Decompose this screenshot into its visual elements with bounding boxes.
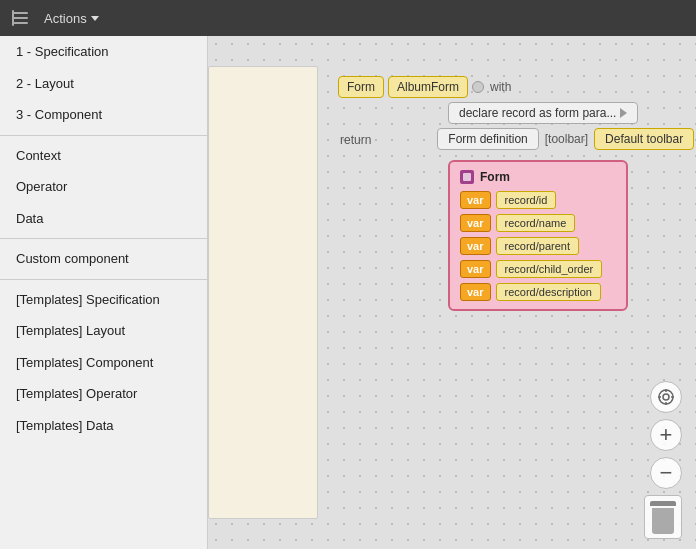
sidebar-divider-2 [0,238,207,239]
zoom-controls: + − [650,381,682,489]
album-form-block-label: AlbumForm [388,76,468,98]
actions-label: Actions [44,11,87,26]
form-block-header: Form [460,170,616,184]
var-row-4: var record/description [460,283,616,301]
var-value-4: record/description [496,283,601,301]
sidebar-item-data[interactable]: Data [0,203,207,235]
target-button[interactable] [650,381,682,413]
var-value-1: record/name [496,214,576,232]
var-row-1: var record/name [460,214,616,232]
blocks-container: Form AlbumForm with declare record as fo… [228,76,694,311]
svg-rect-4 [463,173,471,181]
var-value-2: record/parent [496,237,579,255]
var-label-0: var [460,191,491,209]
app-icon [10,8,30,28]
svg-point-5 [659,390,673,404]
sidebar-item-operator[interactable]: Operator [0,171,207,203]
declare-block: declare record as form para... [448,102,638,124]
declare-row: declare record as form para... [448,102,694,124]
trash-lid-icon [650,501,676,506]
trash-body-icon [652,508,674,534]
sidebar-item-tpl-data[interactable]: [Templates] Data [0,410,207,442]
var-value-0: record/id [496,191,557,209]
sidebar-item-layout[interactable]: 2 - Layout [0,68,207,100]
sidebar-item-tpl-component[interactable]: [Templates] Component [0,347,207,379]
var-label-2: var [460,237,491,255]
sidebar-divider-1 [0,135,207,136]
sidebar-section-main: 1 - Specification 2 - Layout 3 - Compone… [0,36,207,441]
form-row: Form AlbumForm with [338,76,694,98]
form-block-title: Form [480,170,510,184]
var-label-1: var [460,214,491,232]
var-label-4: var [460,283,491,301]
var-label-3: var [460,260,491,278]
svg-rect-2 [12,22,28,24]
var-row-0: var record/id [460,191,616,209]
sidebar-item-custom[interactable]: Custom component [0,243,207,275]
var-value-3: record/child_order [496,260,603,278]
trash-button[interactable] [644,495,682,539]
var-row-2: var record/parent [460,237,616,255]
header: Actions [0,0,696,36]
default-toolbar-block: Default toolbar [594,128,694,150]
form-block-icon [460,170,474,184]
svg-point-6 [663,394,669,400]
sidebar-item-tpl-layout[interactable]: [Templates] Layout [0,315,207,347]
zoom-out-button[interactable]: − [650,457,682,489]
zoom-in-button[interactable]: + [650,419,682,451]
toolbar-label: [toolbar] [543,129,590,149]
sidebar-divider-3 [0,279,207,280]
main-layout: 1 - Specification 2 - Layout 3 - Compone… [0,36,696,549]
return-row: return Form definition [toolbar] Default… [338,128,694,150]
form-def-block: Form definition [437,128,538,150]
sidebar-item-tpl-operator[interactable]: [Templates] Operator [0,378,207,410]
sidebar-item-tpl-spec[interactable]: [Templates] Specification [0,284,207,316]
connector-circle [472,81,484,93]
sidebar: 1 - Specification 2 - Layout 3 - Compone… [0,36,208,549]
sidebar-item-component[interactable]: 3 - Component [0,99,207,131]
form-pink-block: Form var record/id var record/name var r… [448,160,628,311]
with-keyword: with [488,77,513,97]
canvas[interactable]: Form AlbumForm with declare record as fo… [208,36,696,549]
sidebar-item-spec[interactable]: 1 - Specification [0,36,207,68]
svg-rect-3 [12,10,14,26]
form-block-label: Form [338,76,384,98]
svg-rect-0 [12,12,28,14]
return-keyword: return [338,130,373,150]
chevron-down-icon [91,16,99,21]
svg-rect-1 [12,17,28,19]
sidebar-item-context[interactable]: Context [0,140,207,172]
actions-button[interactable]: Actions [38,9,105,28]
var-row-3: var record/child_order [460,260,616,278]
